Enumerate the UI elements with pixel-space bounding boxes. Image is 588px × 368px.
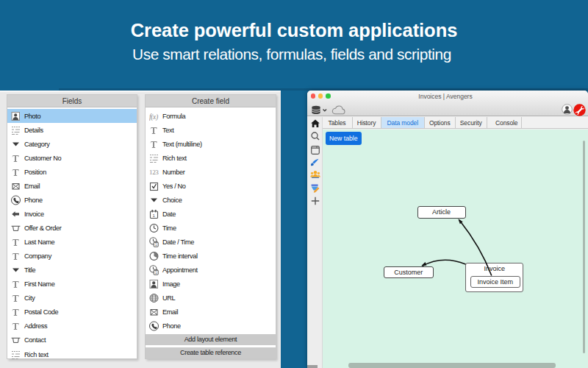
svg-text:1: 1 [153,213,156,218]
svg-text:123: 123 [149,169,159,176]
svg-text:f(x): f(x) [149,113,158,121]
